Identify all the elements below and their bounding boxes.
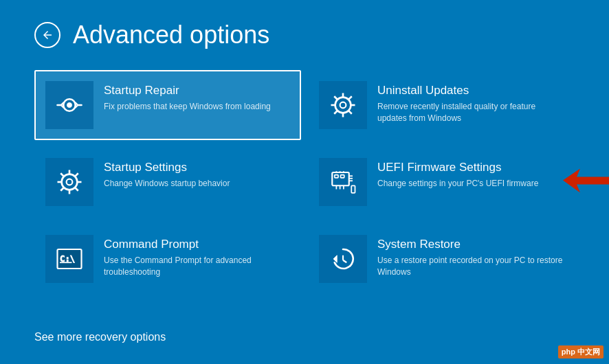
startup-settings-desc: Change Windows startup behavior [104,178,290,190]
option-startup-settings[interactable]: Startup Settings Change Windows startup … [34,147,301,217]
svg-rect-24 [341,175,344,178]
svg-point-1 [67,103,72,108]
svg-line-10 [348,96,352,100]
system-restore-text: System Restore Use a restore point recor… [377,235,564,278]
uefi-arrow-indicator [563,169,609,196]
startup-repair-desc: Fix problems that keep Windows from load… [104,101,290,113]
system-restore-desc: Use a restore point recorded on your PC … [377,255,564,278]
svg-rect-23 [335,175,338,178]
system-restore-icon [319,235,367,283]
option-system-restore[interactable]: System Restore Use a restore point recor… [308,224,575,294]
svg-line-41 [343,260,346,263]
svg-point-3 [340,102,346,109]
command-prompt-title: Command Prompt [104,238,290,251]
back-button[interactable] [34,22,60,48]
option-uninstall-updates[interactable]: Uninstall Updates Remove recently instal… [308,70,575,140]
uninstall-updates-title: Uninstall Updates [377,84,564,98]
command-prompt-text: Command Prompt Use the Command Prompt fo… [104,235,290,278]
page-title: Advanced options [73,21,269,49]
uefi-firmware-desc: Change settings in your PC's UEFI firmwa… [377,178,564,190]
startup-repair-text: Startup Repair Fix problems that keep Wi… [104,81,290,113]
uninstall-updates-text: Uninstall Updates Remove recently instal… [377,81,564,124]
system-restore-title: System Restore [377,238,564,251]
svg-rect-34 [351,185,355,193]
svg-line-18 [60,173,64,177]
svg-line-9 [348,111,352,114]
startup-settings-title: Startup Settings [104,161,290,174]
startup-repair-title: Startup Repair [104,84,290,98]
command-prompt-icon: C:\ [45,235,93,283]
svg-point-13 [67,179,73,185]
page-container: Advanced options Startup Repair Fix prob… [0,0,609,364]
svg-marker-39 [333,255,337,263]
option-startup-repair[interactable]: Startup Repair Fix problems that keep Wi… [34,70,301,140]
option-command-prompt[interactable]: C:\ Command Prompt Use the Command Promp… [34,224,301,294]
svg-line-19 [75,187,78,191]
startup-settings-text: Startup Settings Change Windows startup … [104,158,290,190]
option-uefi-firmware[interactable]: UEFI Firmware Settings Change settings i… [308,147,575,217]
command-prompt-desc: Use the Command Prompt for advanced trou… [104,255,290,278]
uefi-firmware-title: UEFI Firmware Settings [377,161,564,174]
header: Advanced options [34,21,575,49]
startup-settings-icon [45,158,93,206]
options-grid: Startup Repair Fix problems that keep Wi… [34,70,575,294]
uefi-firmware-icon [319,158,367,206]
svg-line-20 [75,173,78,177]
startup-repair-icon [45,81,93,129]
svg-line-11 [334,111,337,114]
watermark: php 中文网 [558,345,604,359]
uninstall-updates-icon [319,81,367,129]
see-more-link[interactable]: See more recovery options [34,331,166,343]
uefi-firmware-text: UEFI Firmware Settings Change settings i… [377,158,564,190]
svg-line-21 [60,187,64,191]
svg-marker-35 [563,169,609,193]
footer: See more recovery options [34,324,575,343]
uninstall-updates-desc: Remove recently installed quality or fea… [377,101,564,124]
svg-line-8 [334,96,337,100]
